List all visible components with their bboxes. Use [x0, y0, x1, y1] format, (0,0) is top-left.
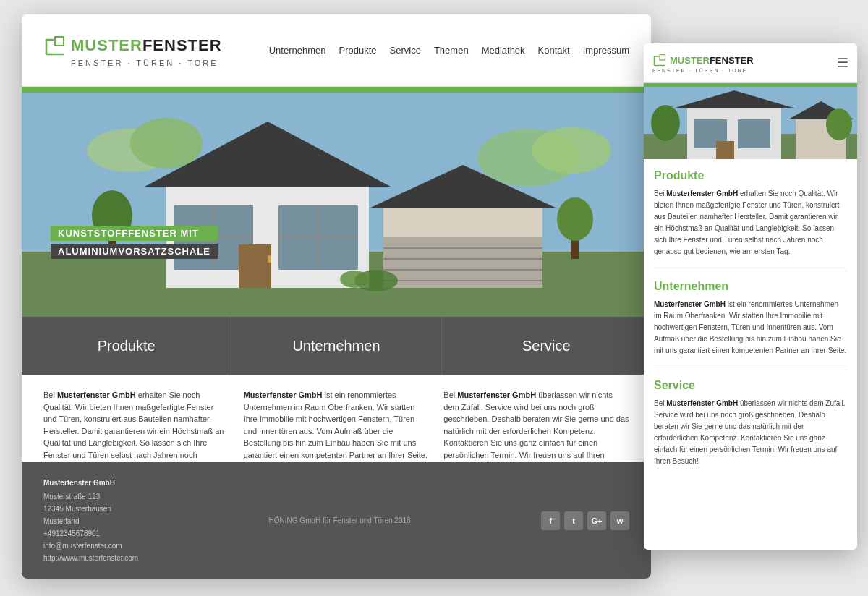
mobile-content[interactable]: Produkte Bei Musterfenster GmbH erhalten… — [644, 159, 857, 550]
svg-point-41 — [826, 108, 852, 140]
logo-subtitle: FENSTER · TÜREN · TORE — [71, 59, 222, 67]
mobile-produkte-text: Bei Musterfenster GmbH erhalten Sie noch… — [654, 188, 847, 257]
footer-social: f t G+ w — [541, 477, 629, 564]
mobile-hero — [644, 87, 857, 159]
nav-produkte[interactable]: Produkte — [339, 45, 377, 56]
site-header: MUSTERFENSTER FENSTER · TÜREN · TORE Unt… — [22, 14, 651, 87]
svg-point-27 — [557, 197, 593, 241]
svg-rect-15 — [239, 244, 271, 288]
cards-row: Produkte Unternehmen Service — [22, 317, 651, 375]
mobile-logo-text: MUSTERFENSTER — [670, 55, 754, 66]
mobile-unternehmen-text: Musterfenster GmbH ist ein renommiertes … — [654, 299, 847, 357]
content-service-text: Bei Musterfenster GmbH überlassen wir ni… — [443, 389, 629, 473]
content-col-unternehmen: Musterfenster GmbH ist ein renommiertes … — [244, 389, 430, 473]
hero-house-svg — [22, 93, 651, 317]
mobile-logo-icon — [652, 53, 667, 67]
mobile-divider-1 — [654, 271, 847, 271]
hero-vorsatz: VORSATZSCHALE — [118, 246, 210, 257]
social-googleplus[interactable]: G+ — [587, 511, 606, 530]
logo-icon — [43, 34, 67, 57]
content-col-produkte: Bei Musterfenster GmbH erhalten Sie noch… — [43, 389, 229, 473]
logo-muster: MUSTER — [71, 36, 142, 54]
nav-unternehmen[interactable]: Unternehmen — [269, 45, 326, 56]
mobile-browser: MUSTERFENSTER FENSTER · TÜREN · TORE ☰ P… — [644, 43, 857, 550]
content-produkte-text: Bei Musterfenster GmbH erhalten Sie noch… — [43, 389, 229, 473]
mobile-produkte-title: Produkte — [654, 169, 847, 182]
mobile-logo-sub: FENSTER · TÜREN · TORE — [652, 68, 837, 73]
logo-area: MUSTERFENSTER FENSTER · TÜREN · TORE — [43, 34, 222, 67]
nav-impressum[interactable]: Impressum — [583, 45, 629, 56]
svg-point-3 — [130, 118, 203, 169]
footer-address1: Musterstraße 123 — [43, 490, 138, 503]
mobile-menu-button[interactable]: ☰ — [837, 55, 848, 71]
desktop-browser: MUSTERFENSTER FENSTER · TÜREN · TORE Unt… — [22, 14, 651, 579]
main-nav: Unternehmen Produkte Service Themen Medi… — [269, 45, 629, 56]
footer-email: info@musterfenster.com — [43, 540, 138, 552]
card-service[interactable]: Service — [442, 317, 651, 375]
footer-address: Musterfenster GmbH Musterstraße 123 1234… — [43, 477, 138, 564]
logo-text: MUSTERFENSTER — [71, 36, 222, 55]
hero-line1: KUNSTSTOFFFENSTER MIT — [51, 226, 218, 241]
nav-mediathek[interactable]: Mediathek — [482, 45, 525, 56]
nav-themen[interactable]: Themen — [434, 45, 469, 56]
green-accent-bar — [22, 87, 651, 93]
mobile-section-produkte: Produkte Bei Musterfenster GmbH erhalten… — [654, 169, 847, 257]
site-footer: Musterfenster GmbH Musterstraße 123 1234… — [22, 462, 651, 579]
footer-phone: +4912345678901 — [43, 527, 138, 540]
svg-point-5 — [532, 127, 611, 174]
footer-copyright: HÖNING GmbH für Fenster und Türen 2018 — [167, 477, 512, 564]
footer-address3: Musterland — [43, 515, 138, 527]
svg-rect-37 — [716, 141, 734, 159]
mobile-section-unternehmen: Unternehmen Musterfenster GmbH ist ein r… — [654, 280, 847, 357]
mobile-section-service: Service Bei Musterfenster GmbH überlasse… — [654, 379, 847, 467]
hero-overlay-text: KUNSTSTOFFFENSTER MIT ALUMINIUMVORSATZSC… — [51, 226, 218, 259]
mobile-logo-area: MUSTERFENSTER FENSTER · TÜREN · TORE — [652, 53, 837, 73]
hero-aluminium: ALUMINIUM — [58, 246, 118, 257]
content-unternehmen-text: Musterfenster GmbH ist ein renommiertes … — [244, 389, 430, 461]
svg-rect-16 — [268, 255, 271, 263]
social-twitter[interactable]: t — [564, 511, 583, 530]
hero-section: KUNSTSTOFFFENSTER MIT ALUMINIUMVORSATZSC… — [22, 93, 651, 317]
nav-service[interactable]: Service — [390, 45, 421, 56]
social-facebook[interactable]: f — [541, 511, 560, 530]
svg-rect-36 — [738, 119, 770, 148]
mobile-service-text: Bei Musterfenster GmbH überlassen wir ni… — [654, 398, 847, 467]
footer-website: http://www.musterfenster.com — [43, 552, 138, 564]
mobile-logo-top: MUSTERFENSTER — [652, 53, 837, 67]
mobile-hero-svg — [644, 87, 857, 159]
mobile-divider-2 — [654, 370, 847, 370]
mobile-service-title: Service — [654, 379, 847, 392]
mobile-header: MUSTERFENSTER FENSTER · TÜREN · TORE ☰ — [644, 43, 857, 83]
svg-point-40 — [651, 105, 680, 141]
nav-kontakt[interactable]: Kontakt — [538, 45, 570, 56]
hero-line2: ALUMINIUMVORSATZSCHALE — [51, 244, 218, 259]
svg-rect-30 — [660, 55, 665, 61]
content-col-service: Bei Musterfenster GmbH überlassen wir ni… — [443, 389, 629, 473]
footer-address2: 12345 Musterhausen — [43, 503, 138, 515]
footer-company: Musterfenster GmbH — [43, 477, 138, 489]
mobile-unternehmen-title: Unternehmen — [654, 280, 847, 293]
svg-rect-0 — [55, 37, 64, 46]
card-unternehmen[interactable]: Unternehmen — [231, 317, 441, 375]
card-produkte[interactable]: Produkte — [22, 317, 231, 375]
logo-top: MUSTERFENSTER — [43, 34, 222, 57]
svg-point-29 — [340, 271, 369, 288]
social-whatsapp[interactable]: w — [610, 511, 629, 530]
logo-fenster: FENSTER — [142, 36, 222, 54]
